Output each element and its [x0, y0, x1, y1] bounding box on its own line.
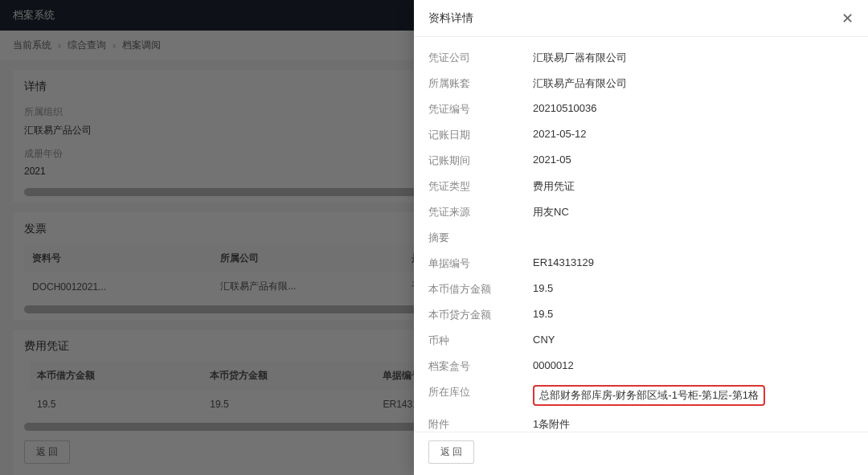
chevron-right-icon: › — [113, 40, 116, 51]
detail-value: 费用凭证 — [533, 179, 854, 194]
detail-row: 摘要 — [428, 225, 854, 251]
detail-value: 2021-05 — [533, 154, 854, 168]
detail-label: 记账日期 — [428, 128, 533, 142]
detail-row: 所属账套汇联易产品有限公司 — [428, 71, 854, 96]
detail-label: 摘要 — [428, 231, 533, 245]
detail-row: 凭证编号20210510036 — [428, 96, 854, 122]
detail-value: 0000012 — [533, 359, 854, 374]
drawer-back-button[interactable]: 返 回 — [428, 440, 474, 464]
detail-row: 记账日期2021-05-12 — [428, 122, 854, 148]
app-title: 档案系统 — [13, 8, 55, 23]
detail-label: 凭证类型 — [428, 179, 533, 194]
detail-value: 2021-05-12 — [533, 128, 854, 142]
detail-row: 记账期间2021-05 — [428, 148, 854, 174]
detail-row: 单据编号ER14313129 — [428, 251, 854, 276]
detail-value: 汇联易厂器有限公司 — [533, 51, 854, 65]
detail-value: ER14313129 — [533, 256, 854, 271]
detail-row: 档案盒号0000012 — [428, 354, 854, 379]
detail-row: 所在库位总部财务部库房-财务部区域-1号柜-第1层-第1格 — [428, 379, 854, 412]
table-header[interactable]: 资料号 — [24, 244, 212, 272]
detail-row: 凭证来源用友NC — [428, 199, 854, 225]
close-icon[interactable]: ✕ — [841, 11, 854, 26]
breadcrumb-item[interactable]: 综合查询 — [68, 39, 106, 52]
detail-label: 单据编号 — [428, 256, 533, 271]
cell: 汇联易产品有限... — [212, 272, 403, 301]
detail-label: 凭证公司 — [428, 51, 533, 65]
detail-drawer: 资料详情 ✕ 凭证公司汇联易厂器有限公司所属账套汇联易产品有限公司凭证编号202… — [414, 0, 868, 475]
cell: DOCH0012021... — [24, 272, 212, 301]
detail-label: 凭证编号 — [428, 102, 533, 117]
detail-value: CNY — [533, 334, 854, 348]
detail-row: 凭证类型费用凭证 — [428, 174, 854, 199]
table-header[interactable]: 本币贷方金额 — [202, 362, 375, 390]
breadcrumb-item[interactable]: 当前系统 — [13, 39, 51, 52]
drawer-title: 资料详情 — [428, 11, 473, 26]
detail-label: 本币贷方金额 — [428, 308, 533, 322]
highlighted-value: 总部财务部库房-财务部区域-1号柜-第1层-第1格 — [533, 385, 765, 406]
chevron-right-icon: › — [58, 40, 61, 51]
detail-row: 本币借方金额19.5 — [428, 276, 854, 302]
detail-value: 19.5 — [533, 308, 854, 322]
detail-row: 本币贷方金额19.5 — [428, 302, 854, 328]
detail-row: 附件1条附件 — [428, 412, 854, 432]
table-header[interactable]: 本币借方金额 — [29, 362, 202, 390]
detail-value: 19.5 — [533, 282, 854, 297]
cell: 19.5 — [202, 390, 375, 418]
breadcrumb-item: 档案调阅 — [122, 39, 161, 52]
detail-value: 汇联易产品有限公司 — [533, 76, 854, 91]
detail-row: 凭证公司汇联易厂器有限公司 — [428, 45, 854, 71]
detail-row: 币种CNY — [428, 328, 854, 354]
detail-label: 凭证来源 — [428, 205, 533, 219]
detail-label: 所属账套 — [428, 76, 533, 91]
field-value: 汇联易产品公司 — [24, 122, 422, 144]
field-label: 成册年份 — [24, 144, 422, 164]
detail-label: 记账期间 — [428, 154, 533, 168]
detail-value: 20210510036 — [533, 102, 854, 117]
cell: 19.5 — [29, 390, 202, 418]
detail-label: 币种 — [428, 334, 533, 348]
detail-label: 所在库位 — [428, 385, 533, 406]
detail-label: 附件 — [428, 417, 533, 432]
detail-label: 本币借方金额 — [428, 282, 533, 297]
field-value: 2021 — [24, 164, 422, 183]
table-header[interactable]: 所属公司 — [212, 244, 403, 272]
detail-label: 档案盒号 — [428, 359, 533, 374]
field-label: 所属组织 — [24, 102, 422, 122]
detail-value — [533, 231, 854, 245]
detail-value: 总部财务部库房-财务部区域-1号柜-第1层-第1格 — [533, 385, 854, 406]
detail-value: 用友NC — [533, 205, 854, 219]
detail-value: 1条附件 — [533, 417, 854, 432]
back-button[interactable]: 返 回 — [24, 440, 70, 464]
